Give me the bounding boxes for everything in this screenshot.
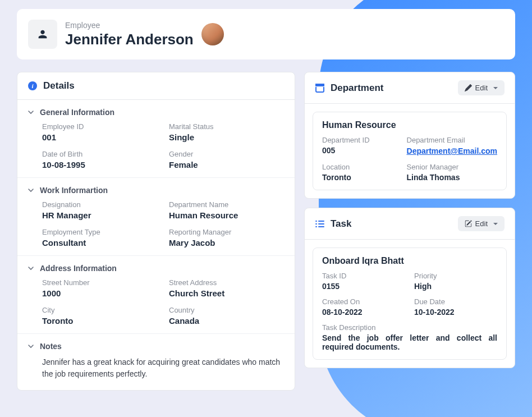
field-employee-id: Employee ID001 [42, 122, 158, 142]
department-card: Department Edit Human Resource Departmen… [304, 72, 515, 199]
value: Human Resource [169, 210, 285, 220]
avatar [201, 23, 224, 45]
value: Send the job offer letter and collect al… [322, 333, 497, 351]
value: Church Street [169, 288, 285, 298]
value: 1000 [42, 288, 158, 298]
field-department-name: Department NameHuman Resource [169, 200, 285, 220]
person-icon-box [28, 20, 57, 49]
label: Designation [42, 200, 158, 209]
label: Due Date [414, 297, 497, 306]
field-marital-status: Marital StatusSingle [169, 122, 285, 142]
value: 005 [322, 146, 398, 155]
label: Created On [322, 297, 405, 306]
department-name: Human Resource [322, 120, 497, 130]
label: Gender [169, 150, 285, 158]
field-department-id: Department ID005 [322, 136, 398, 156]
label: Department Email [407, 136, 497, 144]
work-grid: DesignationHR Manager Department NameHum… [17, 200, 295, 255]
field-task-id: Task ID0155 [322, 272, 405, 291]
value: Consultant [42, 238, 158, 248]
pencil-square-icon [465, 220, 472, 227]
field-city: CityToronto [42, 306, 158, 326]
label: Department ID [322, 136, 398, 144]
field-reporting-manager: Reporting ManagerMary Jacob [169, 228, 285, 248]
department-email-link[interactable]: Department@Email.com [407, 146, 497, 155]
address-grid: Street Number1000 Street AddressChurch S… [17, 278, 295, 333]
section-toggle-work[interactable]: Work Informartion [17, 178, 295, 200]
section-toggle-address[interactable]: Address Information [17, 256, 295, 278]
chevron-down-icon [27, 187, 34, 194]
label: Reporting Manager [169, 228, 285, 236]
field-street-address: Street AddressChurch Street [169, 278, 285, 298]
section-toggle-general[interactable]: General Information [17, 100, 295, 122]
page-title: Jennifer Anderson [65, 31, 194, 48]
field-country: CountryCanada [169, 306, 285, 326]
edit-label: Edit [475, 219, 488, 228]
value: High [414, 282, 497, 291]
employee-header-card: Employee Jennifer Anderson [17, 9, 515, 59]
field-created-on: Created On08-10-2022 [322, 297, 405, 317]
edit-label: Edit [475, 84, 488, 92]
value: Mary Jacob [169, 238, 285, 248]
label: Street Number [42, 278, 158, 287]
right-column: Department Edit Human Resource Departmen… [304, 72, 515, 368]
info-icon: i [27, 81, 38, 91]
section-toggle-notes[interactable]: Notes [17, 334, 295, 356]
label: Senior Manager [407, 163, 497, 171]
label: Employment Type [42, 228, 158, 236]
label: Task ID [322, 272, 405, 280]
field-gender: GenderFemale [169, 150, 285, 169]
value: Single [169, 132, 285, 142]
value: 0155 [322, 282, 405, 291]
label: Street Address [169, 278, 285, 287]
header-text: Employee Jennifer Anderson [65, 21, 194, 48]
chevron-down-icon [27, 343, 34, 350]
value: HR Manager [42, 210, 158, 220]
value: Toronto [322, 173, 398, 182]
details-card: i Details General Information Employee I… [17, 72, 295, 391]
section-title-address: Address Information [40, 264, 117, 273]
task-name: Onboard Iqra Bhatt [322, 256, 497, 266]
chevron-down-icon [493, 87, 498, 89]
value: Female [169, 160, 285, 169]
chevron-down-icon [27, 265, 34, 272]
task-grid: Task ID0155 PriorityHigh Created On08-10… [322, 272, 497, 351]
field-priority: PriorityHigh [414, 272, 497, 291]
task-card: Task Edit Onboard Iqra Bhatt Task ID0155… [304, 208, 515, 368]
field-senior-manager: Senior ManagerLinda Thomas [407, 163, 497, 182]
general-grid: Employee ID001 Marital StatusSingle Date… [17, 122, 295, 177]
task-header: Task Edit [305, 208, 515, 240]
field-dob: Date of Birth10-08-1995 [42, 150, 158, 169]
label: Employee ID [42, 122, 158, 131]
department-header: Department Edit [305, 72, 515, 104]
label: City [42, 306, 158, 314]
section-title-work: Work Informartion [40, 186, 108, 195]
field-task-description: Task DescriptionSend the job offer lette… [322, 323, 497, 351]
field-street-number: Street Number1000 [42, 278, 158, 298]
edit-task-button[interactable]: Edit [458, 216, 505, 231]
details-header: i Details [17, 72, 295, 100]
department-title: Department [331, 83, 458, 94]
edit-department-button[interactable]: Edit [458, 80, 505, 95]
task-sub-card: Onboard Iqra Bhatt Task ID0155 PriorityH… [313, 248, 507, 360]
chevron-down-icon [27, 109, 34, 116]
department-icon [315, 83, 325, 93]
label: Marital Status [169, 122, 285, 131]
header-subtitle: Employee [65, 21, 194, 30]
section-title-notes: Notes [40, 342, 62, 351]
label: Location [322, 163, 398, 171]
task-icon [315, 219, 325, 229]
pencil-icon [465, 84, 472, 91]
department-grid: Department ID005 Department EmailDepartm… [322, 136, 497, 182]
label: Department Name [169, 200, 285, 209]
chevron-down-icon [493, 223, 498, 225]
details-title: Details [43, 80, 285, 91]
field-designation: DesignationHR Manager [42, 200, 158, 220]
value: Toronto [42, 316, 158, 326]
label: Date of Birth [42, 150, 158, 158]
value: 10-08-1995 [42, 160, 158, 169]
field-location: LocationToronto [322, 163, 398, 182]
value: 001 [42, 132, 158, 142]
field-due-date: Due Date10-10-2022 [414, 297, 497, 317]
notes-body: Jennifer has a great knack for acquiring… [17, 356, 295, 390]
